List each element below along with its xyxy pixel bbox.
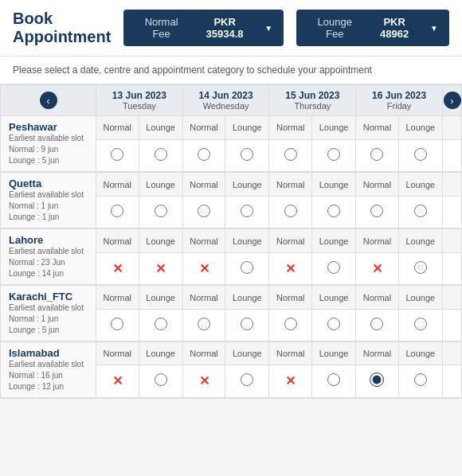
radio-lounge-1-3[interactable] (414, 205, 427, 217)
lounge-fee-label: Lounge Fee (307, 16, 362, 40)
radio-normal-1-3[interactable] (370, 205, 383, 217)
radio-lounge-3-0[interactable] (155, 318, 167, 330)
lounge-label-2-1: Lounge (225, 228, 269, 253)
lounge-label-3-1: Lounge (225, 285, 269, 310)
lounge-slot-1-3[interactable] (398, 197, 442, 228)
radio-lounge-0-1[interactable] (241, 148, 253, 161)
normal-slot-3-3[interactable] (356, 310, 399, 341)
radio-normal-1-0[interactable] (111, 205, 123, 217)
day-label-0: Tuesday (100, 101, 179, 111)
appointment-table: ‹ 13 Jun 2023 Tuesday 14 Jun 2023 Wednes… (0, 84, 462, 399)
lounge-label-0-2: Lounge (312, 116, 356, 140)
radio-normal-3-3[interactable] (370, 318, 383, 330)
radio-normal-0-1[interactable] (198, 148, 210, 161)
radio-lounge-4-3[interactable] (414, 373, 427, 386)
lounge-slot-0-3[interactable] (398, 139, 442, 172)
lounge-slot-3-0[interactable] (139, 310, 182, 341)
next-date-button[interactable]: › (444, 92, 461, 109)
lounge-slot-3-1[interactable] (225, 310, 269, 341)
normal-slot-4-3[interactable] (356, 365, 399, 398)
empty-nav-4 (443, 341, 462, 365)
normal-slot-2-0: ✕ (96, 253, 139, 285)
radio-lounge-3-3[interactable] (414, 318, 427, 330)
normal-slot-1-3[interactable] (356, 197, 399, 228)
radio-lounge-0-3[interactable] (414, 148, 427, 161)
empty-nav2-2 (443, 253, 462, 285)
appointment-table-wrapper: ‹ 13 Jun 2023 Tuesday 14 Jun 2023 Wednes… (0, 84, 462, 399)
normal-slot-0-1[interactable] (182, 139, 225, 172)
normal-fee-button[interactable]: Normal Fee PKR 35934.8 ▼ (123, 10, 284, 46)
normal-slot-0-2[interactable] (269, 139, 312, 172)
normal-slot-1-1[interactable] (182, 197, 225, 228)
lounge-fee-chevron-icon: ▼ (430, 24, 438, 33)
radio-lounge-3-2[interactable] (327, 318, 340, 330)
lounge-label-2-3: Lounge (398, 228, 442, 253)
normal-slot-1-2[interactable] (269, 197, 312, 228)
lounge-slot-0-2[interactable] (312, 139, 356, 172)
normal-fee-value: PKR 35934.8 (194, 16, 255, 40)
lounge-slot-2-2[interactable] (312, 253, 356, 285)
prev-date-button[interactable]: ‹ (40, 92, 57, 109)
lounge-label-4-3: Lounge (398, 341, 442, 365)
normal-label-3-3: Normal (356, 285, 399, 310)
radio-normal-0-2[interactable] (284, 148, 297, 161)
normal-label-2-2: Normal (269, 228, 312, 253)
empty-nav2-4 (443, 365, 462, 398)
normal-label-3-1: Normal (182, 285, 225, 310)
lounge-slot-2-3[interactable] (398, 253, 442, 285)
lounge-slot-1-2[interactable] (312, 197, 356, 228)
radio-normal-0-0[interactable] (111, 148, 123, 161)
radio-normal-3-1[interactable] (198, 318, 210, 330)
normal-slot-3-1[interactable] (182, 310, 225, 341)
radio-normal-1-1[interactable] (198, 205, 210, 217)
date-label-3: 16 Jun 2023 (359, 90, 439, 101)
radio-normal-4-3[interactable] (370, 373, 384, 387)
radio-lounge-2-2[interactable] (327, 261, 340, 274)
normal-label-0-0: Normal (96, 116, 139, 140)
page-header: Book Appointment Normal Fee PKR 35934.8 … (0, 0, 462, 57)
radio-lounge-0-2[interactable] (327, 148, 340, 161)
subtitle-text: Please select a date, centre and appoint… (0, 57, 462, 84)
radio-lounge-3-1[interactable] (241, 318, 253, 330)
date-col-2: 15 Jun 2023 Thursday (269, 85, 356, 116)
radio-lounge-2-1[interactable] (241, 261, 253, 274)
city-label-row-0: Peshawar Earliest available slotNormal :… (1, 116, 462, 140)
radio-normal-1-2[interactable] (284, 205, 297, 217)
radio-normal-3-2[interactable] (284, 318, 297, 330)
empty-nav2-1 (443, 197, 462, 228)
normal-slot-0-3[interactable] (356, 139, 399, 172)
normal-slot-3-0[interactable] (96, 310, 139, 341)
lounge-slot-3-3[interactable] (398, 310, 442, 341)
radio-lounge-4-0[interactable] (155, 373, 167, 386)
lounge-slot-4-1[interactable] (225, 365, 269, 398)
radio-lounge-0-0[interactable] (155, 148, 167, 161)
lounge-label-0-3: Lounge (398, 116, 442, 140)
lounge-slot-4-3[interactable] (398, 365, 442, 398)
radio-lounge-1-0[interactable] (155, 205, 167, 217)
radio-lounge-1-2[interactable] (327, 205, 340, 217)
city-info-3: Karachi_FTC Earliest available slotNorma… (1, 285, 96, 341)
day-label-2: Thursday (272, 101, 352, 111)
lounge-slot-1-0[interactable] (139, 197, 182, 228)
radio-normal-0-3[interactable] (370, 148, 383, 161)
lounge-label-1-1: Lounge (225, 172, 269, 197)
normal-slot-0-0[interactable] (96, 139, 139, 172)
normal-slot-1-0[interactable] (96, 197, 139, 228)
lounge-slot-2-1[interactable] (225, 253, 269, 285)
radio-normal-3-0[interactable] (111, 318, 123, 330)
radio-lounge-2-3[interactable] (414, 261, 427, 274)
city-label-row-2: Lahore Earliest available slotNormal : 2… (1, 228, 462, 253)
normal-slot-3-2[interactable] (269, 310, 312, 341)
lounge-slot-1-1[interactable] (225, 197, 269, 228)
lounge-fee-button[interactable]: Lounge Fee PKR 48962 ▼ (296, 10, 449, 46)
radio-lounge-4-1[interactable] (241, 373, 253, 386)
radio-lounge-4-2[interactable] (327, 373, 340, 386)
lounge-slot-4-0[interactable] (139, 365, 182, 398)
radio-lounge-1-1[interactable] (241, 205, 253, 217)
lounge-slot-4-2[interactable] (312, 365, 356, 398)
lounge-slot-3-2[interactable] (312, 310, 356, 341)
lounge-slot-0-0[interactable] (139, 139, 182, 172)
cross-icon-normal-4-0: ✕ (112, 374, 123, 388)
lounge-slot-0-1[interactable] (225, 139, 269, 172)
empty-nav-3 (443, 285, 462, 310)
